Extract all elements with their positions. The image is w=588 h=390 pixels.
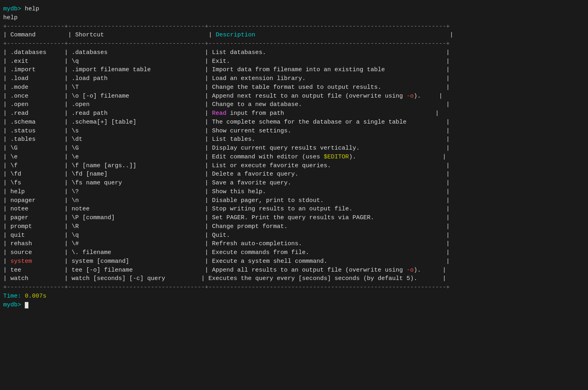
terminal: mydb> help help +----------------+------… [0, 3, 588, 311]
row-load: | .load | .load path | Load an extension… [0, 74, 588, 83]
divider-mid: +----------------+----------------------… [0, 40, 588, 48]
row-rehash: | rehash | \# | Refresh auto-completions… [0, 240, 588, 248]
divider-bot: +----------------+----------------------… [0, 283, 588, 292]
row-nopager: | nopager | \n | Disable pager, print to… [0, 196, 588, 205]
row-fs: | \fs | \fs name query | Save a favorite… [0, 179, 588, 188]
bottom-prompt-line: mydb> [0, 301, 588, 310]
command-text: help [21, 6, 39, 12]
row-e: | \e | \e | Edit command with editor (us… [0, 153, 588, 162]
row-G: | \G | \G | Display current query result… [0, 144, 588, 153]
cursor [25, 302, 28, 308]
row-f: | \f | \f [name [args..]] | List or exec… [0, 162, 588, 170]
help-word: help [3, 14, 18, 21]
row-notee: | notee | notee | Stop writing results t… [0, 205, 588, 214]
bottom-prompt-prefix: mydb> [3, 302, 21, 308]
row-prompt: | prompt | \R | Change prompt format. | [0, 222, 588, 231]
row-help: | help | \? | Show this help. | [0, 188, 588, 196]
prompt-line: mydb> help [0, 5, 588, 14]
row-databases: | .databases | .databases | List databas… [0, 48, 588, 57]
flag-o-tee: -o [406, 267, 414, 274]
row-import: | .import | .import filename table | Imp… [0, 66, 588, 74]
time-line: Time: 0.007s [0, 292, 588, 301]
row-status: | .status | \s | Show current settings. … [0, 127, 588, 136]
row-quit: | quit | \q | Quit. | [0, 231, 588, 240]
row-once: | .once | \o [-o] filename | Append next… [0, 92, 588, 101]
header-description: Description [216, 32, 450, 38]
row-watch: | watch | watch [seconds] [-c] query | E… [0, 274, 588, 283]
row-source: | source | \. filename | Execute command… [0, 248, 588, 257]
flag-o-once: -o [406, 93, 414, 100]
table-header: | Command | Shortcut | Description | [0, 31, 588, 40]
header-command: Command [10, 32, 68, 38]
system-cmd: system [10, 258, 32, 265]
row-read: | .read | .read path | Read input from p… [0, 109, 588, 118]
row-open: | .open | .open | Change to a new databa… [0, 100, 588, 109]
row-pager: | pager | \P [command] | Set PAGER. Prin… [0, 214, 588, 222]
row-exit: | .exit | \q | Exit. | [0, 57, 588, 66]
divider-top: +----------------+----------------------… [0, 22, 588, 31]
header-shortcut: Shortcut [75, 32, 208, 38]
row-tee: | tee | tee [-o] filename | Append all r… [0, 266, 588, 275]
row-schema: | .schema | .schema[+] [table] | The com… [0, 118, 588, 127]
read-word: Read [212, 110, 226, 117]
prompt-prefix: mydb> [3, 6, 21, 12]
row-mode: | .mode | \T | Change the table format u… [0, 83, 588, 92]
help-echo: help [0, 14, 588, 22]
row-system: | system | system [command] | Execute a … [0, 257, 588, 266]
row-fd: | \fd | \fd [name] | Delete a favorite q… [0, 170, 588, 179]
editor-var: $EDITOR [324, 154, 349, 160]
time-label: Time: [3, 293, 25, 300]
time-value: 0.007s [25, 293, 46, 300]
row-tables: | .tables | \dt | List tables. | [0, 135, 588, 144]
